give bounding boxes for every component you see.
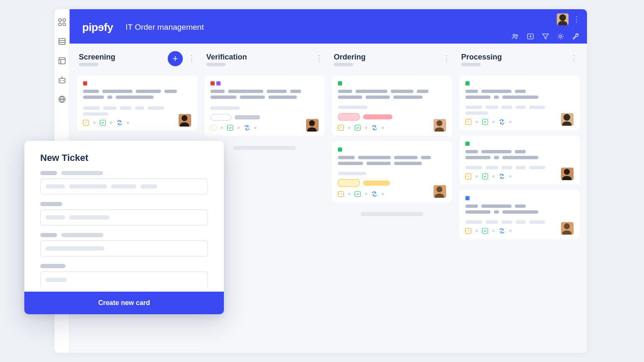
column-header: Processing ⋮	[460, 51, 579, 70]
assignee-avatar[interactable]	[561, 113, 574, 126]
new-ticket-modal: New Ticket Create new card	[24, 141, 224, 314]
column-screening: Screening + ⋮	[77, 51, 197, 131]
svg-point-18	[513, 34, 515, 36]
card-item[interactable]	[460, 75, 579, 130]
svg-rect-3	[63, 23, 65, 26]
svg-rect-0	[59, 19, 61, 21]
svg-rect-10	[59, 78, 65, 83]
column-menu-icon[interactable]: ⋮	[315, 54, 323, 63]
assignee-avatar[interactable]	[434, 119, 446, 132]
column-subtitle-placeholder	[461, 63, 480, 66]
column-header: Verification ⋮	[205, 51, 325, 70]
card-item[interactable]	[332, 142, 452, 202]
assignee-avatar[interactable]	[434, 185, 446, 198]
assignee-avatar[interactable]	[306, 119, 319, 132]
clock-icon	[465, 173, 471, 179]
brand-logo[interactable]: pipefy	[82, 21, 113, 34]
svg-rect-2	[59, 23, 61, 26]
clock-icon	[465, 119, 471, 125]
check-icon	[482, 119, 488, 125]
add-card-button[interactable]: +	[168, 51, 183, 66]
column-subtitle-placeholder	[206, 63, 226, 66]
header-bar: pipefy IT Order management ⋮	[70, 9, 587, 44]
svg-rect-1	[63, 19, 65, 21]
card-item[interactable]	[205, 75, 325, 136]
sync-icon	[371, 191, 377, 197]
clock-icon	[338, 191, 344, 197]
dashboard-icon[interactable]	[57, 18, 67, 27]
assignee-avatar[interactable]	[561, 222, 574, 235]
svg-point-12	[62, 80, 64, 81]
text-input[interactable]	[40, 240, 208, 256]
tag-green	[465, 142, 470, 146]
tag-blue	[465, 196, 470, 200]
globe-icon[interactable]	[57, 95, 67, 104]
form-field	[40, 233, 208, 256]
clock-icon	[338, 125, 344, 131]
page-title: IT Order management	[126, 23, 204, 32]
sync-icon	[117, 120, 122, 126]
sync-icon	[499, 119, 505, 125]
column-menu-icon[interactable]: ⋮	[188, 54, 195, 63]
robot-icon[interactable]	[57, 75, 67, 85]
check-icon	[355, 191, 361, 197]
svg-point-14	[62, 76, 62, 77]
database-icon[interactable]	[57, 37, 67, 46]
column-menu-icon[interactable]: ⋮	[570, 54, 578, 63]
column-footer-placeholder	[233, 146, 296, 150]
members-icon[interactable]	[512, 33, 519, 40]
form-field	[40, 202, 208, 225]
sync-icon	[244, 125, 250, 131]
clock-icon	[465, 228, 471, 234]
check-icon	[482, 228, 488, 234]
card-item[interactable]	[460, 136, 579, 184]
column-menu-icon[interactable]: ⋮	[443, 54, 450, 63]
text-input[interactable]	[40, 178, 208, 194]
column-title: Ordering	[334, 53, 366, 62]
column-subtitle-placeholder	[334, 63, 353, 66]
column-footer-placeholder	[361, 212, 423, 216]
tag-purple	[216, 81, 221, 85]
column-subtitle-placeholder	[79, 63, 98, 66]
tag-green	[338, 81, 342, 85]
modal-title: New Ticket	[40, 153, 208, 163]
more-menu-icon[interactable]: ⋮	[573, 15, 579, 24]
tag-red	[83, 81, 87, 85]
user-avatar[interactable]	[557, 13, 569, 25]
svg-point-21	[560, 36, 562, 38]
sync-icon	[499, 228, 505, 234]
card-item[interactable]	[460, 190, 579, 239]
check-icon	[100, 120, 106, 126]
assignee-avatar[interactable]	[179, 114, 191, 127]
assignee-avatar[interactable]	[561, 168, 574, 180]
wrench-icon[interactable]	[572, 33, 579, 40]
card-item[interactable]	[332, 75, 452, 136]
column-header: Ordering ⋮	[332, 51, 452, 70]
column-ordering: Ordering ⋮	[332, 51, 452, 216]
column-title: Screening	[79, 53, 115, 62]
tag-green	[465, 81, 470, 85]
clock-icon	[210, 125, 216, 131]
header-toolbar	[512, 33, 579, 40]
svg-rect-4	[59, 39, 65, 44]
svg-point-19	[516, 35, 518, 36]
text-input[interactable]	[40, 209, 208, 225]
column-processing: Processing ⋮	[460, 51, 579, 239]
settings-icon[interactable]	[557, 33, 564, 40]
form-field	[40, 264, 208, 287]
import-icon[interactable]	[527, 33, 534, 40]
create-card-button[interactable]: Create new card	[24, 292, 224, 314]
sync-icon	[371, 125, 377, 131]
text-input[interactable]	[40, 272, 208, 287]
filter-icon[interactable]	[542, 33, 549, 40]
check-icon	[355, 125, 361, 131]
tag-red	[210, 81, 215, 85]
svg-rect-7	[59, 58, 65, 64]
column-title: Processing	[461, 53, 502, 62]
column-header: Screening + ⋮	[77, 51, 197, 70]
card-item[interactable]	[77, 75, 197, 131]
tag-green	[338, 147, 342, 152]
report-icon[interactable]	[57, 56, 67, 65]
check-icon	[227, 125, 233, 131]
column-title: Verification	[206, 53, 247, 62]
